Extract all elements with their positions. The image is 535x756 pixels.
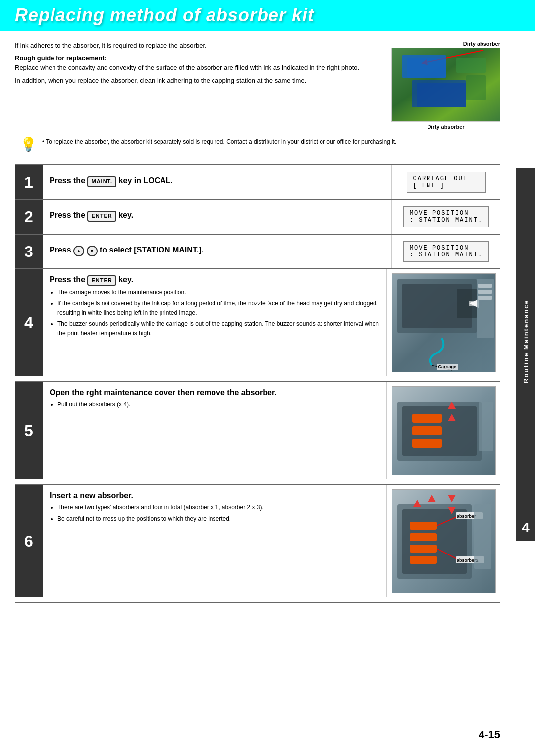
step-2-lcd: MOVE POSITION : STATION MAINT. <box>403 206 489 227</box>
step-6-content: Insert a new absorber. There are two typ… <box>43 485 386 530</box>
intro-line1: If ink adheres to the absorber, it is re… <box>15 41 381 50</box>
svg-text:absorber: absorber <box>457 514 476 519</box>
step-1-number: 1 <box>15 165 43 199</box>
intro-line3: In addition, when you replace the absorb… <box>15 76 381 86</box>
tip-text: • To replace the absorber, the absorber … <box>42 137 396 146</box>
intro-text: If ink adheres to the absorber, it is re… <box>15 41 381 130</box>
separator-1 <box>15 160 500 160</box>
tip-icon: 💡 <box>20 136 37 152</box>
main-content: If ink adheres to the absorber, it is re… <box>0 31 535 613</box>
step-5-number: 5 <box>15 382 43 479</box>
step-1-title: Press the MAINT. key in LOCAL. <box>50 175 384 187</box>
svg-rect-13 <box>478 284 492 288</box>
step-4-row: 4 Press the ENTER key. The carriage move… <box>15 268 500 381</box>
step-3-lcd-line1: MOVE POSITION <box>410 245 482 252</box>
step-3-row: 3 Press ▲ ▼ to select [STATION MAINT.]. … <box>15 234 500 268</box>
svg-rect-20 <box>412 414 442 423</box>
step-5-row: 5 Open the rght maintenance cover then r… <box>15 381 500 484</box>
step-5-title: Open the rght maintenance cover then rem… <box>50 387 379 398</box>
step-2-title: Press the ENTER key. <box>50 210 384 221</box>
title-bar: Replacing method of absorber kit <box>0 0 535 31</box>
step-1-lcd-line1: CARRIAGE OUT <box>413 175 480 182</box>
step-6-bullet-1: There are two types' absorbers and four … <box>57 503 379 512</box>
step-5-right <box>386 382 500 479</box>
step-1-row: 1 Press the MAINT. key in LOCAL. CARRIAG… <box>15 164 500 199</box>
svg-rect-31 <box>410 545 437 553</box>
step-3-press-text: Press <box>50 246 71 254</box>
svg-rect-21 <box>412 426 442 435</box>
step-2-lcd-line2: : STATION MAINT. <box>410 217 482 224</box>
svg-rect-29 <box>410 522 437 530</box>
step-2-right: MOVE POSITION : STATION MAINT. <box>391 200 500 234</box>
step-3-number: 3 <box>15 235 43 268</box>
step-4-bullet-2: If the carriage is not covered by the in… <box>57 299 379 318</box>
step-3-content: Press ▲ ▼ to select [STATION MAINT.]. <box>43 235 391 268</box>
step-5-content: Open the rght maintenance cover then rem… <box>43 382 386 416</box>
step-3-lcd: MOVE POSITION : STATION MAINT. <box>403 241 489 262</box>
page-number: 4-15 <box>479 728 500 741</box>
side-tab-number: 4 <box>516 515 535 541</box>
step-3-lcd-line2: : STATION MAINT. <box>410 252 482 258</box>
step-6-title: Insert a new absorber. <box>50 490 379 501</box>
step-2-content: Press the ENTER key. <box>43 200 391 234</box>
step-5-image <box>392 386 496 475</box>
step-3-right: MOVE POSITION : STATION MAINT. <box>391 235 500 268</box>
svg-rect-15 <box>478 296 492 300</box>
dirty-absorber-label-top: Dirty absorber <box>391 41 500 47</box>
side-tab-label: Routine Maintenance <box>516 168 535 515</box>
step-4-image: Carriage <box>392 273 496 372</box>
step-4-title: Press the ENTER key. <box>50 274 379 286</box>
step-6-bullet-2: Be careful not to mess up the positions … <box>57 514 379 524</box>
step-5-body: Pull out the absorbers (x 4). <box>50 400 379 411</box>
svg-rect-4 <box>466 75 486 100</box>
svg-rect-22 <box>412 439 442 448</box>
page-title: Replacing method of absorber kit <box>15 5 520 26</box>
rough-guide-label: Rough guide for replacement: <box>15 54 107 62</box>
step-4-content: Press the ENTER key. The carriage moves … <box>43 269 386 345</box>
step-6-image: absorber absorber2 <box>392 489 496 593</box>
step-3-title: Press ▲ ▼ to select [STATION MAINT.]. <box>50 245 384 256</box>
step-2-number: 2 <box>15 200 43 234</box>
intro-section: If ink adheres to the absorber, it is re… <box>15 41 500 130</box>
enter-key-badge-4: ENTER <box>87 275 116 286</box>
step-6-right: absorber absorber2 <box>386 485 500 597</box>
up-arrow-btn: ▲ <box>73 246 84 256</box>
step-1-content: Press the MAINT. key in LOCAL. <box>43 165 391 199</box>
step-4-number: 4 <box>15 269 43 376</box>
step-4-bullet-3: The buzzer sounds periodically while the… <box>57 319 379 338</box>
step-4-bullet-1: The carriage moves to the maintenance po… <box>57 288 379 297</box>
step-2-lcd-line1: MOVE POSITION <box>410 210 482 217</box>
step-4-right: Carriage <box>386 269 500 376</box>
intro-rough-guide: Rough guide for replacement: Replace whe… <box>15 53 381 73</box>
svg-rect-14 <box>478 290 492 294</box>
dirty-absorber-label-bottom: Dirty absorber <box>391 124 500 130</box>
svg-rect-2 <box>412 80 466 107</box>
step-5-bullet-1: Pull out the absorbers (x 4). <box>57 400 379 409</box>
svg-rect-1 <box>402 55 446 78</box>
svg-rect-25 <box>479 402 493 451</box>
enter-key-badge-2: ENTER <box>87 211 116 221</box>
step-6-row: 6 Insert a new absorber. There are two t… <box>15 484 500 603</box>
step-2-row: 2 Press the ENTER key. MOVE POSITION : S… <box>15 199 500 234</box>
tip-box: 💡 • To replace the absorber, the absorbe… <box>15 137 500 152</box>
intro-image-container: Dirty absorber <box>391 41 500 130</box>
step-4-body: The carriage moves to the maintenance po… <box>50 288 379 340</box>
dirty-absorber-image <box>391 48 500 122</box>
rough-guide-text: Replace when the concavity and convexity… <box>15 64 359 71</box>
step-6-number: 6 <box>15 485 43 597</box>
svg-rect-30 <box>410 533 437 541</box>
step-1-lcd-line2: [ ENT ] <box>413 182 480 189</box>
svg-rect-3 <box>456 58 486 73</box>
svg-rect-32 <box>410 556 437 564</box>
carriage-label: Carriage <box>437 364 458 370</box>
step-6-body: There are two types' absorbers and four … <box>50 503 379 525</box>
svg-rect-41 <box>474 504 491 569</box>
down-arrow-btn: ▼ <box>87 246 98 256</box>
step-1-right: CARRIAGE OUT [ ENT ] <box>391 165 500 199</box>
maint-key-badge: MAINT. <box>87 176 116 187</box>
step-1-lcd: CARRIAGE OUT [ ENT ] <box>407 172 486 193</box>
